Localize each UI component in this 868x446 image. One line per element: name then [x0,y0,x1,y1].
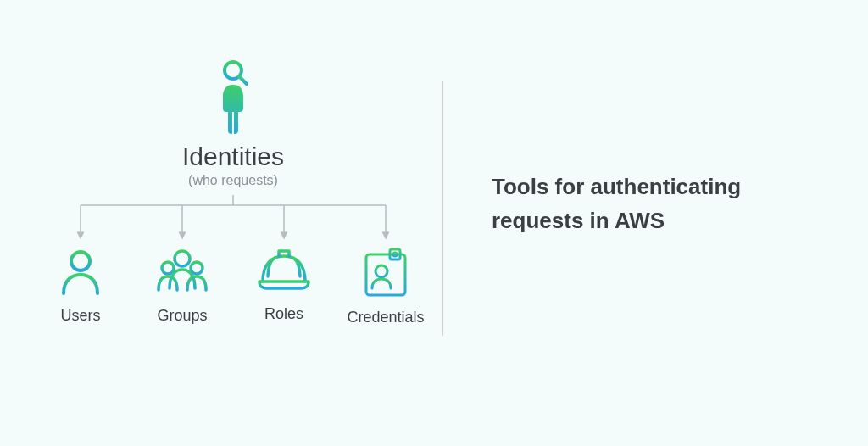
child-users: Users [34,246,127,326]
identities-subtitle: (who requests) [188,173,278,188]
person-magnify-icon [208,59,259,139]
group-icon [153,246,212,300]
svg-point-16 [393,253,397,256]
svg-point-11 [191,262,203,274]
identities-title: Identities [182,142,284,171]
child-label: Roles [264,305,303,323]
svg-point-9 [71,252,90,270]
child-groups: Groups [136,246,229,326]
connector-lines [34,195,432,246]
identities-node: Identities (who requests) [182,59,284,188]
user-icon [55,246,106,300]
id-badge-icon [361,246,410,302]
identities-diagram: Identities (who requests) [34,59,432,365]
svg-point-10 [162,262,174,274]
vertical-divider [442,81,443,336]
svg-point-12 [175,251,190,266]
description-title: Tools for authenticating requests in AWS [492,170,814,238]
hardhat-icon [256,246,312,298]
child-label: Groups [157,307,207,325]
description-panel: Tools for authenticating requests in AWS [492,170,814,238]
children-row: Users Groups [34,246,432,326]
svg-line-1 [239,76,247,84]
svg-point-17 [376,265,387,277]
child-label: Credentials [347,309,424,326]
child-credentials: Credentials [339,246,432,326]
child-roles: Roles [237,246,331,326]
child-label: Users [60,307,100,325]
